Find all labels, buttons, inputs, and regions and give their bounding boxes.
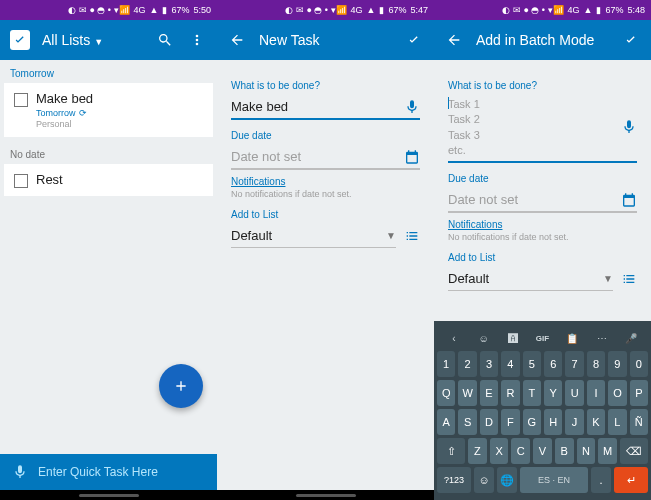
checkbox[interactable] <box>14 93 28 107</box>
key[interactable]: O <box>608 380 626 406</box>
confirm-icon[interactable] <box>404 30 424 50</box>
back-icon[interactable] <box>444 30 464 50</box>
status-bar: ◐ ✉ ● ◓ • ▾📶 4G ▲ ▮ 67% 5:50 <box>0 0 217 20</box>
key[interactable]: P <box>630 380 648 406</box>
kb-mic-icon[interactable]: 🎤 <box>620 329 642 347</box>
key[interactable]: U <box>565 380 583 406</box>
field-label: Add to List <box>231 209 420 220</box>
page-title: New Task <box>259 32 392 48</box>
key[interactable]: X <box>490 438 509 464</box>
app-bar: Add in Batch Mode <box>434 20 651 60</box>
calendar-icon[interactable] <box>621 192 637 212</box>
key[interactable]: Z <box>468 438 487 464</box>
key[interactable]: I <box>587 380 605 406</box>
task-list: Personal <box>36 119 203 129</box>
key[interactable]: R <box>501 380 519 406</box>
calendar-icon[interactable] <box>404 149 420 169</box>
key[interactable]: K <box>587 409 605 435</box>
list-view-icon[interactable] <box>621 271 637 291</box>
kb-clipboard-icon[interactable]: 📋 <box>561 329 583 347</box>
task-item[interactable]: Rest <box>4 164 213 196</box>
batch-task-input[interactable]: Task 1 Task 2 Task 3 etc. <box>448 95 637 163</box>
period-key[interactable]: . <box>591 467 611 493</box>
mic-icon[interactable] <box>12 464 28 480</box>
key[interactable]: 4 <box>501 351 519 377</box>
search-icon[interactable] <box>155 30 175 50</box>
symbols-key[interactable]: ?123 <box>437 467 471 493</box>
kb-number-row: 1 2 3 4 5 6 7 8 9 0 <box>437 351 648 377</box>
field-label: Due date <box>231 130 420 141</box>
key[interactable]: Ñ <box>630 409 648 435</box>
key[interactable]: 2 <box>458 351 476 377</box>
enter-key[interactable]: ↵ <box>614 467 648 493</box>
key[interactable]: 9 <box>608 351 626 377</box>
section-header: Tomorrow <box>0 60 217 83</box>
key[interactable]: T <box>523 380 541 406</box>
list-select[interactable]: Default ▼ <box>448 267 613 291</box>
quick-task-bar[interactable] <box>0 454 217 490</box>
kb-more-icon[interactable]: ⋯ <box>591 329 613 347</box>
list-selector[interactable]: All Lists ▼ <box>42 32 143 48</box>
key[interactable]: 5 <box>523 351 541 377</box>
key[interactable]: 0 <box>630 351 648 377</box>
due-date-input[interactable] <box>231 145 420 170</box>
list-view-icon[interactable] <box>404 228 420 248</box>
key[interactable]: A <box>437 409 455 435</box>
key[interactable]: W <box>458 380 476 406</box>
status-bar: ◐ ✉ ● ◓ • ▾📶 4G▲▮ 67% 5:47 <box>217 0 434 20</box>
task-item[interactable]: Make bed Tomorrow ⟳ Personal <box>4 83 213 137</box>
hint-text: No notifications if date not set. <box>448 232 637 242</box>
key[interactable]: 1 <box>437 351 455 377</box>
app-logo-icon <box>10 30 30 50</box>
kb-gif-icon[interactable]: GIF <box>532 329 554 347</box>
keyboard[interactable]: ‹ ☺ 🅰 GIF 📋 ⋯ 🎤 1 2 3 4 5 6 7 8 9 0 Q W … <box>434 321 651 500</box>
back-icon[interactable] <box>227 30 247 50</box>
backspace-key[interactable]: ⌫ <box>620 438 648 464</box>
task-name-input[interactable] <box>231 95 420 120</box>
key[interactable]: V <box>533 438 552 464</box>
key[interactable]: B <box>555 438 574 464</box>
task-title: Rest <box>36 172 203 187</box>
key[interactable]: 6 <box>544 351 562 377</box>
globe-key[interactable]: 🌐 <box>497 467 517 493</box>
key[interactable]: G <box>523 409 541 435</box>
more-icon[interactable] <box>187 30 207 50</box>
field-label: Add to List <box>448 252 637 263</box>
key[interactable]: D <box>480 409 498 435</box>
nav-bar <box>217 490 434 500</box>
key[interactable]: 8 <box>587 351 605 377</box>
due-date-input[interactable] <box>448 188 637 213</box>
chevron-down-icon: ▼ <box>603 273 613 284</box>
key[interactable]: 3 <box>480 351 498 377</box>
space-key[interactable]: ES · EN <box>520 467 588 493</box>
notifications-link[interactable]: Notifications <box>231 176 420 187</box>
app-bar: All Lists ▼ <box>0 20 217 60</box>
key[interactable]: E <box>480 380 498 406</box>
key[interactable]: N <box>577 438 596 464</box>
confirm-icon[interactable] <box>621 30 641 50</box>
add-task-fab[interactable] <box>159 364 203 408</box>
quick-task-input[interactable] <box>38 465 205 479</box>
shift-key[interactable]: ⇧ <box>437 438 465 464</box>
key[interactable]: 7 <box>565 351 583 377</box>
key[interactable]: Y <box>544 380 562 406</box>
kb-back-icon[interactable]: ‹ <box>443 329 465 347</box>
key[interactable]: C <box>511 438 530 464</box>
kb-translate-icon[interactable]: 🅰 <box>502 329 524 347</box>
section-header: No date <box>0 141 217 164</box>
kb-sticker-icon[interactable]: ☺ <box>473 329 495 347</box>
key[interactable]: F <box>501 409 519 435</box>
key[interactable]: H <box>544 409 562 435</box>
key[interactable]: M <box>598 438 617 464</box>
nav-bar <box>0 490 217 500</box>
key[interactable]: S <box>458 409 476 435</box>
key[interactable]: L <box>608 409 626 435</box>
list-select[interactable]: Default ▼ <box>231 224 396 248</box>
checkbox[interactable] <box>14 174 28 188</box>
emoji-key[interactable]: ☺ <box>474 467 494 493</box>
mic-icon[interactable] <box>404 99 420 119</box>
key[interactable]: Q <box>437 380 455 406</box>
mic-icon[interactable] <box>621 119 637 139</box>
key[interactable]: J <box>565 409 583 435</box>
notifications-link[interactable]: Notifications <box>448 219 637 230</box>
